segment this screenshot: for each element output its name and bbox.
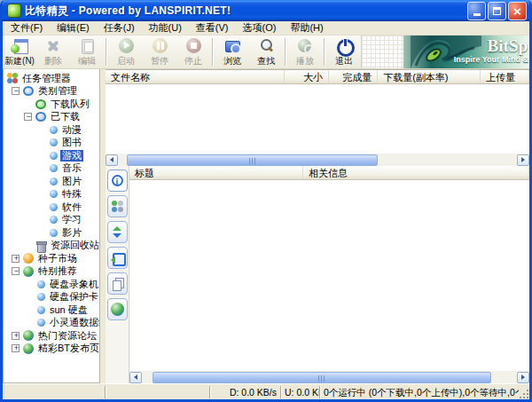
column-file-name[interactable]: 文件名称 bbox=[106, 70, 285, 83]
tab-web[interactable] bbox=[107, 298, 128, 320]
task-list[interactable] bbox=[106, 84, 529, 154]
link-sphere-icon bbox=[37, 306, 45, 314]
exit-button[interactable]: 退出 bbox=[327, 35, 361, 68]
tree-item-movies[interactable]: 影片 bbox=[4, 226, 99, 240]
tree-item-pictures[interactable]: 图片 bbox=[4, 175, 99, 188]
tree-item-seed-market[interactable]: 种子市场 bbox=[4, 252, 99, 265]
web-icon bbox=[111, 303, 124, 316]
column-title[interactable]: 标题 bbox=[129, 166, 303, 179]
column-completed[interactable]: 完成量 bbox=[329, 70, 378, 83]
tree-item-hdd-recorder[interactable]: 硬盘录象机 bbox=[4, 278, 99, 291]
tree-item-anime[interactable]: 动漫 bbox=[4, 123, 99, 137]
new-task-button[interactable]: 新建(N) bbox=[3, 35, 36, 68]
banner-tagline-text: Inspire Your Mind & bbox=[454, 55, 528, 64]
collapse-expander-icon[interactable] bbox=[12, 267, 20, 275]
tree-item-games[interactable]: 游戏 bbox=[4, 149, 99, 162]
tree-item-books[interactable]: 图书 bbox=[4, 137, 99, 150]
tree-item-music[interactable]: 音乐 bbox=[4, 162, 99, 176]
status-download-speed: D: 0.0 KB/s bbox=[209, 386, 280, 398]
collapse-expander-icon[interactable] bbox=[24, 113, 32, 121]
status-panel-empty bbox=[105, 386, 209, 398]
tree-item-sun-hdd[interactable]: sun 硬盘 bbox=[4, 303, 99, 317]
browse-icon bbox=[223, 38, 241, 54]
link-sphere-icon bbox=[37, 293, 45, 301]
tree-item-study[interactable]: 学习 bbox=[4, 214, 99, 227]
scroll-left-icon[interactable] bbox=[106, 154, 118, 166]
minimize-button[interactable] bbox=[467, 2, 486, 20]
expand-expander-icon[interactable] bbox=[12, 332, 20, 340]
tree-item-special-recommend[interactable]: 特别推荐 bbox=[4, 265, 99, 279]
tree-item-phs-data-cable[interactable]: 小灵通数据线 bbox=[4, 317, 99, 330]
category-sphere-icon bbox=[50, 152, 58, 160]
expand-expander-icon[interactable] bbox=[12, 344, 20, 352]
menu-function[interactable]: 功能(U) bbox=[142, 21, 189, 35]
tree-item-hot-forum[interactable]: 热门资源论坛 bbox=[4, 329, 99, 343]
category-sphere-icon bbox=[50, 138, 58, 146]
scroll-left-icon[interactable] bbox=[129, 372, 142, 383]
category-sphere-icon bbox=[50, 203, 58, 211]
scroll-right-icon[interactable] bbox=[517, 154, 529, 166]
expand-expander-icon[interactable] bbox=[12, 255, 20, 263]
resize-grip[interactable] bbox=[519, 389, 529, 399]
tree-item-special[interactable]: 特殊 bbox=[4, 188, 99, 201]
collapse-expander-icon[interactable] bbox=[12, 87, 20, 95]
menu-task[interactable]: 任务(J) bbox=[97, 21, 142, 35]
tab-transfer[interactable] bbox=[107, 221, 128, 243]
status-panel-empty bbox=[3, 386, 105, 398]
close-icon: × bbox=[512, 5, 522, 17]
browse-button[interactable]: 浏览 bbox=[215, 35, 249, 68]
pause-icon bbox=[151, 38, 168, 54]
tree-item-download-queue[interactable]: 下载队列 bbox=[4, 98, 99, 111]
main-area: 任务管理器 类别管理 下载队列 已下载 动漫 图书 bbox=[3, 69, 529, 383]
maximize-icon bbox=[493, 7, 501, 15]
play-icon bbox=[296, 38, 314, 54]
status-task-summary: 0个运行中 (0个下载中,0个上传中),0个等待中,0个在计划 bbox=[319, 386, 519, 398]
tree-item-recycle-bin[interactable]: 资源回收站 bbox=[4, 240, 99, 253]
column-uploaded[interactable]: 上传量 bbox=[481, 70, 529, 83]
globe-icon bbox=[23, 266, 34, 277]
scroll-right-icon[interactable] bbox=[517, 372, 529, 383]
detail-list[interactable] bbox=[129, 180, 529, 371]
menu-help[interactable]: 帮助(H) bbox=[283, 21, 330, 35]
column-size[interactable]: 大小 bbox=[285, 70, 330, 83]
link-sphere-icon bbox=[37, 280, 45, 288]
maximize-button[interactable] bbox=[488, 2, 506, 20]
column-related-info[interactable]: 相关信息 bbox=[303, 166, 529, 179]
menu-file[interactable]: 文件(F) bbox=[4, 21, 50, 35]
tab-tracker[interactable] bbox=[107, 247, 128, 269]
tree-item-software[interactable]: 软件 bbox=[4, 201, 99, 214]
window-title: 比特精灵 - Powered by LANSPIRIT.NET! bbox=[25, 4, 466, 19]
menu-view[interactable]: 查看(V) bbox=[189, 21, 236, 35]
close-button[interactable]: × bbox=[508, 2, 527, 20]
menu-edit[interactable]: 编辑(E) bbox=[50, 21, 97, 35]
stop-button: 停止 bbox=[176, 35, 210, 68]
tab-peers[interactable] bbox=[107, 195, 128, 217]
task-list-hscrollbar[interactable] bbox=[106, 154, 529, 166]
delete-icon bbox=[44, 38, 62, 54]
minimize-icon bbox=[473, 13, 481, 16]
detail-panel: i 标题 相关信息 bbox=[106, 166, 529, 383]
tree-item-hdd-protect-card[interactable]: 硬盘保护卡 bbox=[4, 291, 99, 304]
tree-item-task-manager[interactable]: 任务管理器 bbox=[4, 72, 99, 85]
app-logo-icon bbox=[7, 4, 21, 18]
app-window: 比特精灵 - Powered by LANSPIRIT.NET! × 文件(F)… bbox=[0, 0, 532, 402]
scroll-thumb[interactable] bbox=[127, 154, 378, 166]
exit-icon bbox=[335, 38, 353, 54]
tracker-icon bbox=[111, 251, 124, 264]
tree-item-bt-publish-page[interactable]: 精彩BT发布页 bbox=[4, 343, 99, 356]
menu-options[interactable]: 选项(O) bbox=[236, 21, 284, 35]
tree-item-category-management[interactable]: 类别管理 bbox=[4, 85, 99, 99]
detail-hscrollbar[interactable] bbox=[129, 371, 529, 383]
tree-item-downloaded[interactable]: 已下载 bbox=[4, 111, 99, 124]
banner-brand-text: BitSp bbox=[488, 36, 528, 56]
toolbar-separator bbox=[285, 38, 286, 66]
globe-icon bbox=[23, 343, 34, 354]
toolbar-separator bbox=[106, 38, 107, 66]
detail-tab-strip: i bbox=[106, 166, 129, 383]
tab-info[interactable]: i bbox=[107, 169, 128, 192]
find-button[interactable]: 查找 bbox=[249, 35, 283, 68]
column-downloaded[interactable]: 下载量(副本率) bbox=[378, 70, 481, 83]
category-sphere-icon bbox=[50, 126, 58, 134]
tab-files[interactable] bbox=[107, 272, 128, 295]
scroll-thumb[interactable] bbox=[153, 372, 491, 383]
